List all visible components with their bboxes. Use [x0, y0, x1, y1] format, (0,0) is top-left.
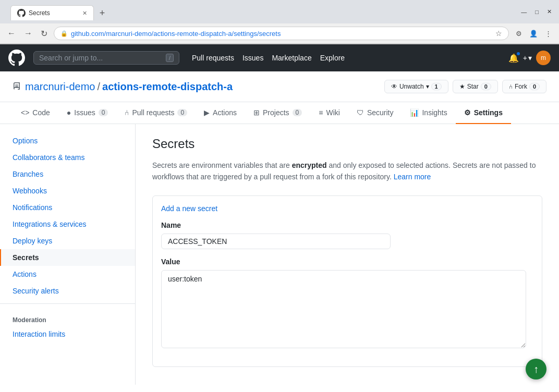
fork-icon: ⑃ [509, 83, 513, 90]
eye-icon: 👁 [391, 83, 397, 90]
repo-subheader: marcnuri-demo / actions-remote-dispatch-… [0, 71, 559, 102]
refresh-button[interactable]: ↻ [39, 28, 50, 40]
sidebar-item-security-alerts[interactable]: Security alerts [0, 283, 135, 299]
name-label: Name [161, 221, 533, 229]
browser-tab[interactable]: Secrets ✕ [10, 5, 94, 20]
tab-projects[interactable]: ⊞ Projects 0 [245, 102, 310, 124]
repo-icon [13, 82, 21, 91]
fab-button[interactable]: ↑ [526, 359, 546, 379]
secret-form-container: Add a new secret Name Value [152, 195, 542, 367]
repo-owner-link[interactable]: marcnuri-demo [25, 81, 95, 93]
notifications-button[interactable]: 🔔 [508, 53, 519, 63]
browser-chrome: Secrets ✕ + — □ ✕ ← → ↻ 🔒 ☆ ⚙ 👤 ⋮ [0, 0, 559, 44]
value-textarea[interactable] [161, 270, 526, 348]
learn-more-link[interactable]: Learn more [394, 173, 431, 181]
bookmark-icon[interactable]: ☆ [495, 29, 502, 38]
back-button[interactable]: ← [5, 28, 18, 39]
projects-icon: ⊞ [253, 108, 260, 117]
star-count: 0 [481, 83, 491, 90]
name-form-group: Name [161, 221, 533, 249]
repo-name-link[interactable]: actions-remote-dispatch-a [102, 81, 233, 93]
tab-close-button[interactable]: ✕ [82, 10, 87, 17]
pr-icon: ⑃ [125, 108, 129, 117]
star-icon: ★ [459, 83, 465, 90]
breadcrumb-separator: / [97, 81, 100, 93]
menu-button[interactable]: ⋮ [542, 28, 554, 39]
sidebar-item-integrations[interactable]: Integrations & services [0, 216, 135, 232]
wiki-icon: ≡ [319, 108, 323, 117]
sidebar-item-secrets[interactable]: Secrets [0, 249, 135, 266]
code-icon: <> [21, 108, 29, 117]
extensions-button[interactable]: ⚙ [513, 28, 525, 39]
main-nav: Pull requests Issues Marketplace Explore [192, 54, 345, 62]
nav-pull-requests[interactable]: Pull requests [192, 54, 234, 62]
tab-title: Secrets [29, 9, 79, 17]
sidebar-item-interaction-limits[interactable]: Interaction limits [0, 326, 135, 342]
insights-icon: 📊 [410, 108, 419, 117]
content-area: Secrets Secrets are environment variable… [136, 124, 559, 385]
new-tab-button[interactable]: + [95, 6, 110, 20]
add-secret-link[interactable]: Add a new secret [161, 204, 217, 213]
browser-toolbar: ← → ↻ 🔒 ☆ ⚙ 👤 ⋮ [0, 23, 559, 44]
nav-explore[interactable]: Explore [320, 54, 345, 62]
address-bar[interactable]: 🔒 ☆ [54, 27, 509, 40]
header-actions: 🔔 + ▾ m [508, 51, 551, 65]
github-header: Search or jump to... / Pull requests Iss… [0, 44, 559, 71]
issues-count: 0 [99, 109, 108, 116]
browser-action-buttons: ⚙ 👤 ⋮ [513, 28, 554, 39]
description-text: Secrets are environment variables that a… [152, 160, 542, 183]
nav-issues[interactable]: Issues [242, 54, 263, 62]
maximize-button[interactable]: □ [533, 7, 541, 16]
tab-code[interactable]: <> Code [13, 102, 58, 124]
fab-icon: ↑ [533, 363, 539, 375]
sidebar-item-notifications[interactable]: Notifications [0, 199, 135, 216]
url-input[interactable] [71, 30, 492, 38]
tab-wiki[interactable]: ≡ Wiki [310, 102, 348, 124]
main-layout: Options Collaborators & teams Branches W… [0, 124, 559, 385]
star-button[interactable]: ★ Star 0 [453, 80, 498, 93]
unwatch-button[interactable]: 👁 Unwatch ▾ 1 [384, 80, 448, 93]
value-label: Value [161, 258, 533, 266]
notification-badge [516, 51, 521, 56]
forward-button[interactable]: → [22, 28, 34, 39]
tab-pull-requests[interactable]: ⑃ Pull requests 0 [116, 102, 196, 124]
name-input[interactable] [161, 234, 391, 249]
search-bar[interactable]: Search or jump to... / [33, 51, 179, 65]
tab-settings[interactable]: ⚙ Settings [456, 102, 511, 124]
window-controls: — □ ✕ [519, 7, 554, 16]
sidebar-item-webhooks[interactable]: Webhooks [0, 182, 135, 199]
sidebar-item-branches[interactable]: Branches [0, 166, 135, 182]
github-logo-icon[interactable] [8, 50, 25, 66]
settings-sidebar: Options Collaborators & teams Branches W… [0, 124, 136, 385]
tab-actions[interactable]: ▶ Actions [196, 102, 245, 124]
fork-count: 0 [529, 83, 540, 90]
fork-label: Fork [515, 83, 527, 90]
repo-tabs: <> Code ● Issues 0 ⑃ Pull requests 0 ▶ A… [0, 102, 559, 124]
value-form-group: Value [161, 258, 533, 350]
settings-icon: ⚙ [464, 108, 471, 117]
unwatch-count: 1 [431, 83, 442, 90]
create-new-button[interactable]: + ▾ [523, 54, 532, 62]
search-placeholder: Search or jump to... [39, 54, 162, 62]
minimize-button[interactable]: — [519, 7, 529, 16]
browser-titlebar: Secrets ✕ + — □ ✕ [0, 0, 559, 23]
breadcrumb: marcnuri-demo / actions-remote-dispatch-… [13, 81, 233, 93]
profile-button[interactable]: 👤 [528, 28, 539, 39]
fork-button[interactable]: ⑃ Fork 0 [502, 80, 546, 93]
sidebar-item-actions[interactable]: Actions [0, 266, 135, 283]
nav-marketplace[interactable]: Marketplace [272, 54, 311, 62]
close-window-button[interactable]: ✕ [545, 7, 554, 16]
sidebar-item-options[interactable]: Options [0, 132, 135, 149]
issues-icon: ● [67, 108, 71, 117]
dropdown-arrow: ▾ [528, 54, 532, 62]
description-part1: Secrets are environment variables that a… [152, 161, 292, 169]
sidebar-item-deploy-keys[interactable]: Deploy keys [0, 232, 135, 249]
pr-count: 0 [177, 109, 187, 116]
tab-security[interactable]: 🛡 Security [348, 102, 402, 124]
tab-issues[interactable]: ● Issues 0 [58, 102, 117, 124]
tab-insights[interactable]: 📊 Insights [402, 102, 455, 124]
unwatch-label: Unwatch [399, 83, 424, 90]
user-avatar[interactable]: m [536, 51, 551, 65]
sidebar-item-collaborators[interactable]: Collaborators & teams [0, 149, 135, 166]
security-icon: 🛡 [357, 108, 364, 117]
